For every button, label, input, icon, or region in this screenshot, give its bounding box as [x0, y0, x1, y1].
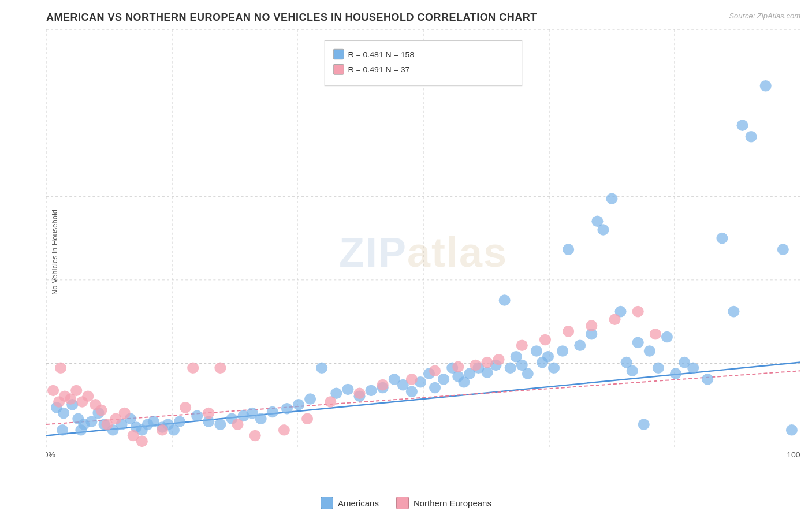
- svg-point-116: [70, 385, 82, 397]
- svg-point-134: [325, 396, 336, 408]
- svg-rect-21: [333, 49, 344, 59]
- svg-point-151: [650, 329, 661, 340]
- svg-point-30: [57, 424, 68, 436]
- svg-point-31: [75, 424, 87, 436]
- svg-point-135: [353, 388, 365, 400]
- svg-point-131: [249, 430, 261, 442]
- svg-point-120: [95, 405, 107, 416]
- chart-title: AMERICAN VS NORTHERN EUROPEAN NO VEHICLE…: [46, 12, 800, 24]
- svg-point-126: [157, 424, 168, 436]
- y-axis-label: No Vehicles in Household: [50, 210, 59, 295]
- svg-point-146: [586, 320, 597, 331]
- svg-point-148: [632, 306, 644, 318]
- svg-point-147: [609, 314, 620, 326]
- svg-point-98: [644, 345, 655, 357]
- svg-point-141: [481, 357, 493, 368]
- svg-rect-23: [333, 65, 344, 75]
- svg-point-144: [539, 334, 551, 346]
- svg-point-138: [429, 365, 441, 376]
- scatter-plot: 15.0% 30.0% 45.0% 60.0% 0.0% 100.0% R = …: [46, 29, 800, 475]
- svg-point-110: [777, 244, 789, 255]
- chart-area: No Vehicles in Household ZIPatlas 15.0% …: [46, 29, 800, 475]
- svg-text:R = 0.481    N = 158: R = 0.481 N = 158: [348, 50, 414, 59]
- svg-point-108: [746, 131, 757, 143]
- svg-point-82: [531, 345, 542, 357]
- svg-point-137: [406, 374, 418, 385]
- svg-point-104: [702, 374, 713, 385]
- svg-point-65: [406, 386, 418, 398]
- svg-point-92: [606, 193, 617, 204]
- svg-text:R = 0.491    N =  37: R = 0.491 N = 37: [348, 65, 409, 74]
- svg-point-142: [493, 354, 505, 365]
- legend-item-americans: Americans: [321, 497, 379, 509]
- svg-point-140: [470, 360, 481, 371]
- svg-point-87: [563, 244, 574, 255]
- svg-point-145: [563, 326, 574, 337]
- svg-point-88: [574, 339, 586, 351]
- chart-legend: Americans Northern Europeans: [321, 497, 491, 509]
- svg-point-125: [136, 436, 148, 447]
- svg-point-77: [499, 294, 511, 306]
- svg-point-69: [438, 374, 449, 385]
- svg-point-127: [180, 402, 191, 413]
- svg-point-130: [232, 419, 243, 430]
- svg-point-101: [670, 368, 681, 379]
- svg-point-133: [301, 413, 313, 425]
- svg-point-85: [548, 363, 560, 374]
- svg-point-86: [557, 345, 568, 357]
- svg-point-52: [255, 413, 267, 425]
- svg-point-136: [377, 379, 389, 391]
- svg-point-96: [632, 337, 644, 349]
- svg-point-112: [47, 385, 59, 397]
- svg-point-128: [203, 408, 214, 419]
- svg-point-139: [452, 361, 464, 373]
- svg-text:100.0%: 100.0%: [787, 450, 800, 459]
- legend-box-northern-europeans: [396, 497, 409, 509]
- svg-text:0.0%: 0.0%: [46, 450, 55, 459]
- svg-point-107: [736, 120, 748, 131]
- svg-point-81: [522, 368, 534, 379]
- svg-point-59: [342, 384, 353, 395]
- svg-point-78: [505, 363, 516, 374]
- legend-item-northern-europeans: Northern Europeans: [396, 497, 491, 509]
- svg-point-48: [214, 419, 226, 430]
- svg-point-68: [429, 382, 441, 394]
- svg-rect-20: [325, 41, 522, 86]
- svg-point-91: [597, 224, 609, 236]
- svg-point-103: [687, 363, 699, 374]
- svg-point-95: [627, 365, 638, 376]
- legend-label-northern-europeans: Northern Europeans: [414, 498, 491, 508]
- svg-point-97: [638, 419, 650, 430]
- svg-point-56: [304, 393, 316, 405]
- svg-point-123: [119, 408, 131, 419]
- svg-point-132: [278, 424, 290, 436]
- svg-point-149: [55, 363, 66, 374]
- svg-point-26: [58, 408, 69, 419]
- svg-point-57: [316, 363, 327, 374]
- svg-point-84: [542, 351, 554, 363]
- legend-label-americans: Americans: [338, 498, 379, 508]
- svg-point-106: [728, 306, 739, 318]
- svg-point-46: [191, 410, 203, 422]
- legend-box-americans: [321, 497, 333, 509]
- svg-point-54: [281, 403, 293, 415]
- svg-point-61: [366, 385, 377, 397]
- svg-point-53: [267, 406, 278, 418]
- svg-point-143: [516, 339, 528, 351]
- svg-point-99: [653, 363, 664, 374]
- svg-point-129: [214, 363, 226, 374]
- svg-point-55: [293, 399, 304, 410]
- svg-point-111: [786, 424, 798, 436]
- svg-point-100: [661, 331, 673, 343]
- svg-point-150: [187, 363, 199, 374]
- svg-point-109: [760, 80, 772, 92]
- chart-container: AMERICAN VS NORTHERN EUROPEAN NO VEHICLE…: [0, 0, 812, 515]
- svg-point-105: [716, 233, 728, 244]
- source-label: Source: ZipAtlas.com: [729, 12, 800, 20]
- svg-point-45: [174, 416, 185, 427]
